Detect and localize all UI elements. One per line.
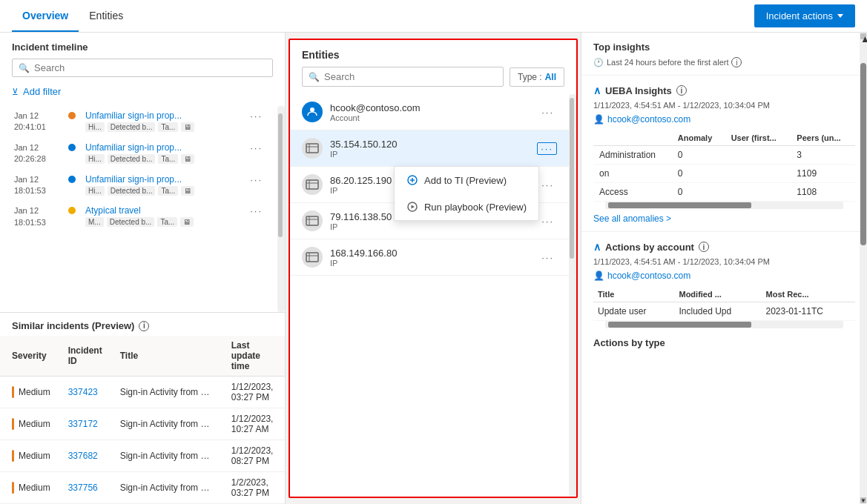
info-icon[interactable]: i bbox=[699, 242, 709, 252]
timeline-item[interactable]: Jan 1218:01:53 Unfamiliar sign-in prop..… bbox=[0, 170, 277, 202]
timeline-item[interactable]: Jan 1218:01:53 Atypical travel M... Dete… bbox=[0, 201, 277, 233]
timeline-item-title[interactable]: Unfamiliar sign-in prop... bbox=[85, 110, 204, 121]
collapse-icon[interactable]: ∧ bbox=[593, 241, 601, 253]
entity-details: 35.154.150.120 IP bbox=[330, 139, 537, 159]
context-menu-add-ti[interactable]: Add to TI (Preview) bbox=[395, 167, 538, 193]
entities-header: Entities bbox=[290, 40, 576, 67]
right-scrollbar-thumb[interactable] bbox=[860, 63, 866, 245]
timeline-date: Jan 1218:01:53 bbox=[14, 174, 59, 197]
info-icon[interactable]: i bbox=[139, 321, 149, 331]
collapse-icon[interactable]: ∧ bbox=[593, 84, 601, 96]
severity-indicator: Medium bbox=[12, 418, 50, 430]
entities-search-input[interactable] bbox=[324, 71, 497, 82]
add-filter-button[interactable]: ⊻ Add filter bbox=[12, 83, 273, 100]
entity-more-button[interactable]: ··· bbox=[538, 252, 557, 263]
see-all-anomalies-link[interactable]: See all anomalies > bbox=[593, 209, 855, 225]
timeline-device-icon: 🖥 bbox=[181, 186, 194, 196]
timeline-info: Unfamiliar sign-in prop... Hi... Detecte… bbox=[85, 174, 241, 196]
timeline-item[interactable]: Jan 1220:41:01 Unfamiliar sign-in prop..… bbox=[0, 106, 277, 138]
col-peers-un: Peers (un... bbox=[791, 130, 855, 146]
entity-scrollbar-thumb[interactable] bbox=[570, 98, 574, 259]
cell-status: New bbox=[279, 472, 285, 504]
search-icon: 🔍 bbox=[309, 72, 320, 82]
cell-title: Update user bbox=[593, 302, 674, 321]
h-scroll-thumb[interactable] bbox=[608, 322, 751, 328]
h-scroll-thumb[interactable] bbox=[608, 202, 751, 208]
entity-item-ip4[interactable]: 168.149.166.80 IP ··· bbox=[290, 239, 569, 276]
timeline-item[interactable]: Jan 1220:26:28 Unfamiliar sign-in prop..… bbox=[0, 138, 277, 170]
cell-incident-id: 337756 bbox=[56, 472, 108, 504]
run-playbook-icon bbox=[406, 201, 418, 213]
actions-by-account-label: Actions by account bbox=[605, 242, 694, 253]
table-row[interactable]: Medium 337682 Sign-in Activity from Susp… bbox=[0, 440, 285, 472]
entity-more-button[interactable]: ··· bbox=[538, 216, 557, 227]
tab-entities[interactable]: Entities bbox=[79, 1, 133, 32]
ueba-horizontal-scroll[interactable] bbox=[605, 202, 843, 209]
timeline-tags: M... Detected b... Ta... 🖥 bbox=[85, 217, 241, 227]
svg-rect-9 bbox=[306, 180, 318, 189]
ip-icon bbox=[302, 138, 323, 159]
cell-category: Administration bbox=[593, 146, 672, 165]
timeline-tag: Detected b... bbox=[107, 217, 155, 227]
timeline-scrollbar-thumb[interactable] bbox=[278, 113, 283, 237]
incident-id-link[interactable]: 337172 bbox=[68, 419, 98, 429]
entity-item-ip1[interactable]: 35.154.150.120 IP ··· bbox=[290, 130, 569, 167]
col-severity: Severity bbox=[0, 336, 56, 377]
actions-horizontal-scroll[interactable] bbox=[605, 321, 843, 328]
table-row[interactable]: Medium 337172 Sign-in Activity from Susp… bbox=[0, 408, 285, 440]
incident-actions-button[interactable]: Incident actions bbox=[754, 4, 855, 27]
ueba-user-link[interactable]: 👤 hcook@contoso.com bbox=[593, 114, 855, 125]
timeline-item-more[interactable]: ··· bbox=[247, 205, 266, 216]
cell-incident-id: 337423 bbox=[56, 377, 108, 408]
timeline-device-icon: 🖥 bbox=[181, 122, 194, 132]
entity-item-account[interactable]: hcook@contoso.com Account ··· bbox=[290, 94, 569, 130]
timeline-search-input[interactable] bbox=[34, 62, 266, 73]
timeline-tags: Hi... Detected b... Ta... 🖥 bbox=[85, 154, 241, 164]
timeline-item-more[interactable]: ··· bbox=[247, 110, 266, 122]
entity-more-button[interactable]: ··· bbox=[538, 107, 557, 118]
timeline-item-more[interactable]: ··· bbox=[247, 142, 266, 153]
incident-id-link[interactable]: 337682 bbox=[68, 451, 98, 461]
entity-more-button-active[interactable]: ··· bbox=[537, 142, 557, 155]
scroll-arrow-up[interactable]: ▲ bbox=[860, 33, 866, 39]
scroll-arrow-down[interactable]: ▼ bbox=[860, 497, 866, 503]
severity-indicator: Medium bbox=[12, 386, 50, 398]
tab-overview[interactable]: Overview bbox=[12, 1, 79, 32]
similar-incidents-title: Similar incidents (Preview) bbox=[12, 320, 134, 331]
table-row[interactable]: Medium 337756 Sign-in Activity from Susp… bbox=[0, 472, 285, 504]
entity-scrollbar[interactable] bbox=[569, 94, 576, 497]
actions-by-type-section: Actions by type bbox=[593, 337, 855, 348]
timeline-search-bar[interactable]: 🔍 bbox=[12, 59, 273, 77]
timeline-item-title[interactable]: Unfamiliar sign-in prop... bbox=[85, 174, 204, 185]
incident-id-link[interactable]: 337756 bbox=[68, 483, 98, 493]
timeline-date: Jan 1220:26:28 bbox=[14, 142, 59, 165]
type-filter-label: Type : bbox=[518, 72, 542, 82]
timeline-item-title[interactable]: Unfamiliar sign-in prop... bbox=[85, 142, 204, 153]
entity-type: IP bbox=[330, 259, 538, 268]
incident-id-link[interactable]: 337423 bbox=[68, 387, 98, 397]
timeline-item-more[interactable]: ··· bbox=[247, 174, 266, 185]
cell-status: New bbox=[279, 377, 285, 408]
timeline-dot bbox=[68, 112, 76, 119]
timeline-device-icon: 🖥 bbox=[181, 154, 194, 164]
type-filter-button[interactable]: Type : All bbox=[510, 67, 564, 87]
timeline-scrollbar[interactable] bbox=[277, 106, 285, 312]
entity-more-button[interactable]: ··· bbox=[538, 179, 557, 190]
right-panel: Top insights 🕐 Last 24 hours before the … bbox=[581, 33, 867, 504]
actions-user-link[interactable]: 👤 hcook@contoso.com bbox=[593, 271, 855, 281]
context-menu-run-playbook[interactable]: Run playbook (Preview) bbox=[395, 193, 538, 220]
right-panel-scrollbar[interactable]: ▲ ▼ bbox=[860, 33, 867, 504]
severity-value: Medium bbox=[19, 419, 50, 429]
user-icon: 👤 bbox=[593, 114, 604, 125]
ueba-title-label: UEBA Insights bbox=[605, 85, 672, 96]
timeline-item-title[interactable]: Atypical travel bbox=[85, 205, 204, 216]
actions-by-account-title: ∧ Actions by account i bbox=[593, 241, 855, 253]
entities-search-bar[interactable]: 🔍 bbox=[302, 67, 504, 87]
col-last-update: Last update time bbox=[220, 336, 280, 377]
info-icon[interactable]: i bbox=[676, 85, 687, 96]
info-icon[interactable]: i bbox=[731, 57, 742, 67]
table-row[interactable]: Medium 337423 Sign-in Activity from Susp… bbox=[0, 377, 285, 408]
actions-by-type-label: Actions by type bbox=[593, 337, 665, 348]
top-insights-label: Top insights bbox=[593, 42, 650, 53]
timeline-list-container: Jan 1220:41:01 Unfamiliar sign-in prop..… bbox=[0, 106, 285, 312]
